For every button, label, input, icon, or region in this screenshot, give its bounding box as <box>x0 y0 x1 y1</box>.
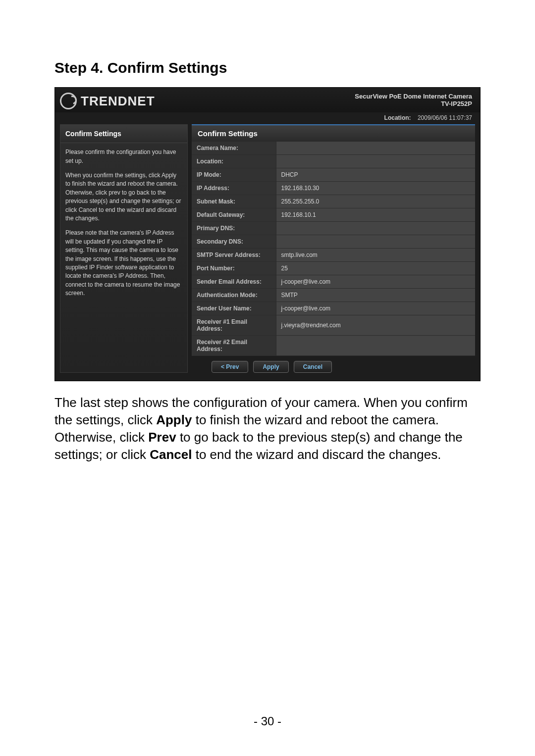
sidebar-para-2: When you confirm the settings, click App… <box>65 171 182 223</box>
setting-value: j-cooper@live.com <box>276 275 475 289</box>
setting-value: 192.168.10.30 <box>276 182 475 195</box>
table-row: Secondary DNS: <box>192 235 475 249</box>
setting-value <box>276 142 475 155</box>
sidebar-para-1: Please confirm the configuration you hav… <box>65 148 182 165</box>
content-panel: Confirm Settings Camera Name:Location:IP… <box>192 124 475 373</box>
setting-label: Authentication Mode: <box>192 289 276 302</box>
setting-value <box>276 235 475 249</box>
table-row: Location: <box>192 155 475 168</box>
sidebar-help-text: Please confirm the configuration you hav… <box>60 143 187 298</box>
location-bar: Location: 2009/06/06 11:07:37 <box>55 112 480 124</box>
desc-bold-prev: Prev <box>148 430 176 445</box>
desc-text: to end the wizard and discard the change… <box>192 447 441 462</box>
sidebar-para-3: Please note that the camera's IP Address… <box>65 229 182 298</box>
setting-label: Sender Email Address: <box>192 275 276 289</box>
setting-value: j.vieyra@trendnet.com <box>276 315 475 336</box>
brand-logo-text: TRENDNET <box>81 94 155 109</box>
setting-value: 25 <box>276 262 475 275</box>
setting-label: Sender User Name: <box>192 302 276 315</box>
table-row: Subnet Mask:255.255.255.0 <box>192 195 475 208</box>
setting-value: j-cooper@live.com <box>276 302 475 315</box>
setting-label: Receiver #2 Email Address: <box>192 336 276 356</box>
setting-value <box>276 336 475 356</box>
step-heading: Step 4. Confirm Settings <box>54 59 481 76</box>
app-header: TRENDNET SecurView PoE Dome Internet Cam… <box>55 88 480 112</box>
table-row: Receiver #2 Email Address: <box>192 336 475 356</box>
desc-bold-cancel: Cancel <box>150 447 192 462</box>
product-model: TV-IP252P <box>355 100 472 107</box>
setting-value: smtp.live.com <box>276 249 475 262</box>
setting-value: SMTP <box>276 289 475 302</box>
table-row: Port Number:25 <box>192 262 475 275</box>
setting-value: 255.255.255.0 <box>276 195 475 208</box>
prev-button[interactable]: < Prev <box>212 361 248 373</box>
setting-label: IP Mode: <box>192 168 276 182</box>
setting-label: Default Gateway: <box>192 208 276 222</box>
table-row: Camera Name: <box>192 142 475 155</box>
sidebar: Confirm Settings Please confirm the conf… <box>60 124 188 373</box>
table-row: Authentication Mode:SMTP <box>192 289 475 302</box>
setting-label: Receiver #1 Email Address: <box>192 315 276 336</box>
content-title: Confirm Settings <box>192 124 475 142</box>
table-row: IP Address:192.168.10.30 <box>192 182 475 195</box>
product-title: SecurView PoE Dome Internet Camera <box>355 93 472 100</box>
sidebar-title: Confirm Settings <box>60 125 187 143</box>
setting-value <box>276 155 475 168</box>
setting-value: 192.168.10.1 <box>276 208 475 222</box>
setting-label: IP Address: <box>192 182 276 195</box>
setting-label: Location: <box>192 155 276 168</box>
settings-table: Camera Name:Location:IP Mode:DHCPIP Addr… <box>192 142 475 356</box>
app-screenshot: TRENDNET SecurView PoE Dome Internet Cam… <box>54 87 481 381</box>
table-row: Sender User Name:j-cooper@live.com <box>192 302 475 315</box>
apply-button[interactable]: Apply <box>253 361 288 373</box>
table-row: IP Mode:DHCP <box>192 168 475 182</box>
brand-logo: TRENDNET <box>60 93 155 109</box>
table-row: Receiver #1 Email Address:j.vieyra@trend… <box>192 315 475 336</box>
setting-label: Port Number: <box>192 262 276 275</box>
setting-label: Camera Name: <box>192 142 276 155</box>
cancel-button[interactable]: Cancel <box>294 361 332 373</box>
setting-value: DHCP <box>276 168 475 182</box>
table-row: Primary DNS: <box>192 222 475 235</box>
desc-bold-apply: Apply <box>156 412 192 427</box>
setting-label: Secondary DNS: <box>192 235 276 249</box>
description-paragraph: The last step shows the configuration of… <box>54 394 481 463</box>
brand-logo-icon <box>60 93 77 109</box>
setting-label: SMTP Server Address: <box>192 249 276 262</box>
table-row: Sender Email Address:j-cooper@live.com <box>192 275 475 289</box>
setting-label: Primary DNS: <box>192 222 276 235</box>
setting-value <box>276 222 475 235</box>
setting-label: Subnet Mask: <box>192 195 276 208</box>
page-number: - 30 - <box>0 714 535 728</box>
table-row: SMTP Server Address:smtp.live.com <box>192 249 475 262</box>
wizard-button-row: < Prev Apply Cancel <box>192 356 475 373</box>
location-label: Location: <box>384 114 411 121</box>
location-time: 2009/06/06 11:07:37 <box>418 114 472 121</box>
table-row: Default Gateway:192.168.10.1 <box>192 208 475 222</box>
product-info: SecurView PoE Dome Internet Camera TV-IP… <box>355 93 472 107</box>
